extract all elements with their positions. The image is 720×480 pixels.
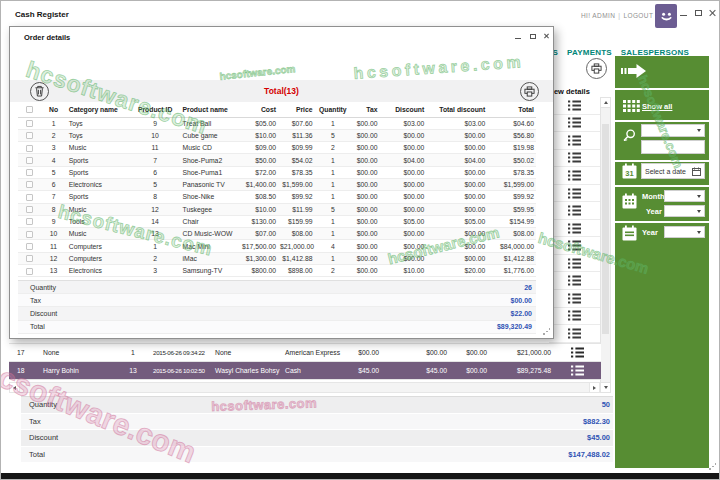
order-row[interactable]: 18Harry Bohin132015-06-26 10:02:50Wasyl …	[9, 362, 601, 380]
view-details-button[interactable]	[549, 325, 600, 343]
cell: $89,275.48	[489, 367, 553, 374]
order-item-row[interactable]: 9Tools14Chair$130.00$159.991$00.00$05.00…	[18, 215, 536, 227]
row-checkbox[interactable]	[26, 181, 33, 188]
cell: $09.99	[278, 142, 315, 154]
order-item-row[interactable]: 4Sports7Shoe-Puma2$50.00$54.021$00.00$04…	[18, 154, 536, 166]
row-checkbox[interactable]	[26, 218, 33, 225]
view-details-button[interactable]	[549, 167, 600, 185]
month-select[interactable]	[664, 190, 705, 202]
horizontal-scrollbar[interactable]	[9, 382, 600, 393]
order-item-row[interactable]: 7Sports8Shoe-Nike$08.50$99.921$00.00$00.…	[18, 191, 536, 203]
view-details-button[interactable]	[549, 255, 600, 273]
view-details-button[interactable]	[549, 132, 600, 150]
order-item-row[interactable]: 2Toys10Cube game$10.00$11.365$00.00$00.0…	[18, 129, 536, 141]
column-header[interactable]: Product ID	[130, 102, 181, 117]
cell: $1,300.00	[237, 252, 278, 264]
next-arrow-button[interactable]	[621, 63, 647, 83]
order-item-row[interactable]: 12Computers2iMac$1,300.00$1,412.881$00.0…	[18, 252, 536, 264]
filter-sidebar: Show all 31 Select a date Month Year Yea…	[615, 56, 709, 468]
order-item-row[interactable]: 6Electronics5Panasonic TV$1,400.00$1,599…	[18, 178, 536, 190]
row-checkbox[interactable]	[26, 268, 33, 275]
row-checkbox[interactable]	[26, 231, 33, 238]
date-picker-input[interactable]: Select a date	[641, 163, 705, 179]
view-details-button[interactable]	[553, 365, 601, 376]
row-checkbox[interactable]	[26, 194, 33, 201]
vertical-scrollbar[interactable]	[600, 97, 611, 393]
view-details-button[interactable]	[549, 150, 600, 168]
view-details-button[interactable]	[549, 97, 600, 115]
window-resize-grip[interactable]	[709, 463, 716, 470]
order-item-row[interactable]: 13Electronics3Samsung-TV$800.00$898.002$…	[18, 265, 536, 277]
view-details-button[interactable]	[549, 202, 600, 220]
cell: $00.00	[351, 178, 379, 190]
column-header[interactable]: Category name	[67, 102, 130, 117]
scroll-up-button[interactable]	[601, 98, 610, 108]
view-details-button[interactable]	[549, 185, 600, 203]
column-header[interactable]: Tax	[351, 102, 379, 117]
column-header[interactable]: Discount	[380, 102, 427, 117]
search-category-select[interactable]	[641, 124, 705, 137]
view-details-button[interactable]	[549, 272, 600, 290]
print-orders-button[interactable]	[586, 58, 607, 79]
search-input[interactable]	[641, 140, 705, 154]
logout-link[interactable]: LOGOUT	[623, 12, 653, 19]
scroll-left-button[interactable]	[10, 383, 20, 392]
cell: $00.00	[426, 203, 487, 215]
sidebar-divider	[615, 88, 709, 90]
view-details-button[interactable]	[549, 308, 600, 326]
dialog-resize-grip[interactable]	[543, 328, 550, 335]
nav-tab-payments[interactable]: PAYMENTS	[567, 48, 612, 57]
column-header[interactable]: Price	[278, 102, 315, 117]
row-checkbox[interactable]	[26, 206, 33, 213]
order-row[interactable]: 17None12015-06-26 09:34:22NoneAmerican E…	[9, 344, 601, 362]
column-header[interactable]: Total discount	[426, 102, 487, 117]
row-checkbox[interactable]	[26, 169, 33, 176]
row-checkbox[interactable]	[26, 157, 33, 164]
cell: 10	[40, 228, 66, 240]
cell: American Express	[283, 349, 353, 356]
order-item-row[interactable]: 5Sports6Shoe-Puma1$72.00$78.351$00.00$00…	[18, 166, 536, 178]
cell: $05.00	[237, 117, 278, 129]
window-minimize-button[interactable]	[677, 7, 689, 19]
scroll-down-button[interactable]	[601, 382, 610, 392]
view-details-button[interactable]	[549, 220, 600, 238]
row-checkbox[interactable]	[26, 120, 33, 127]
view-details-button[interactable]	[549, 290, 600, 308]
order-item-row[interactable]: 3Music11Music CD$09.00$09.992$00.00$00.0…	[18, 142, 536, 154]
scroll-right-button[interactable]	[589, 383, 599, 392]
cell: Computers	[67, 252, 130, 264]
row-checkbox[interactable]	[26, 132, 33, 139]
column-header[interactable]: Product name	[181, 102, 238, 117]
order-item-row[interactable]: 1Toys9Treat Ball$05.00$07.601$00.00$03.0…	[18, 117, 536, 129]
order-item-row[interactable]: 11Computers1Mac Mini$17,500.00$21,000.00…	[18, 240, 536, 252]
view-details-button[interactable]	[553, 347, 601, 358]
row-checkbox[interactable]	[26, 243, 33, 250]
dialog-minimize-button[interactable]	[512, 31, 523, 42]
column-header[interactable]: Total	[487, 102, 536, 117]
row-checkbox[interactable]	[26, 145, 33, 152]
window-maximize-button[interactable]	[692, 7, 704, 19]
window-close-button[interactable]	[706, 7, 718, 19]
calendar-button-icon[interactable]	[692, 162, 701, 180]
order-item-row[interactable]: 8Music12Tuskegee$10.00$11.995$00.00$00.0…	[18, 203, 536, 215]
select-all-checkbox[interactable]	[26, 106, 33, 113]
row-checkbox[interactable]	[26, 255, 33, 262]
order-item-row[interactable]: 10Music13CD Music-WOW$07.00$08.001$00.00…	[18, 228, 536, 240]
cell: $1,776.00	[487, 265, 536, 277]
dialog-close-button[interactable]	[541, 30, 552, 41]
year-only-select[interactable]	[664, 226, 705, 238]
view-details-button[interactable]	[549, 237, 600, 255]
scrollbar-thumb[interactable]	[602, 124, 609, 334]
arrow-right-icon	[593, 386, 596, 390]
column-header[interactable]: Quantity	[315, 102, 352, 117]
dialog-maximize-button[interactable]	[527, 31, 538, 42]
year-select[interactable]	[664, 205, 705, 217]
cell: Music	[67, 203, 130, 215]
column-header[interactable]: Cost	[237, 102, 278, 117]
view-details-button[interactable]	[549, 115, 600, 133]
cell: 8	[40, 203, 66, 215]
show-all-link[interactable]: Show all	[642, 102, 672, 111]
column-header[interactable]: No	[40, 102, 66, 117]
cell: 7	[40, 191, 66, 203]
print-order-button[interactable]	[520, 82, 539, 101]
